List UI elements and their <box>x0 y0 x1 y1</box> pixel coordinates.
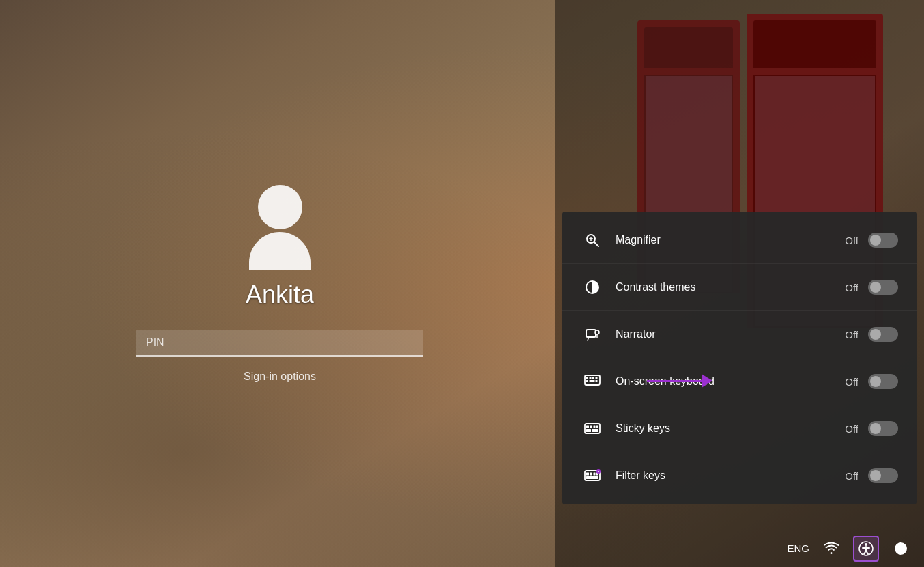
svg-rect-5 <box>586 330 596 337</box>
keyboard-icon <box>581 370 603 392</box>
filter-keys-row: Filter keys Off <box>562 452 917 499</box>
svg-rect-8 <box>586 377 588 379</box>
taskbar: ENG <box>0 529 924 567</box>
sticky-keys-row: Sticky keys Off <box>562 405 917 452</box>
svg-rect-18 <box>590 426 592 428</box>
avatar-body <box>249 232 311 270</box>
on-screen-keyboard-toggle[interactable] <box>868 374 898 389</box>
svg-rect-13 <box>590 380 595 382</box>
sign-in-options-link[interactable]: Sign-in options <box>244 370 316 383</box>
svg-rect-25 <box>594 473 596 476</box>
contrast-themes-status: Off <box>845 282 858 293</box>
svg-rect-14 <box>596 380 598 382</box>
pin-container <box>136 330 423 357</box>
magnifier-row: Magnifier Off <box>562 217 917 264</box>
contrast-icon <box>581 276 603 298</box>
magnifier-icon <box>581 229 603 251</box>
contrast-themes-row: Contrast themes Off <box>562 264 917 311</box>
svg-rect-20 <box>596 426 598 428</box>
filter-keys-status: Off <box>845 470 858 482</box>
narrator-toggle[interactable] <box>868 327 898 342</box>
svg-rect-19 <box>594 426 596 428</box>
svg-rect-23 <box>586 473 589 476</box>
contrast-themes-label: Contrast themes <box>616 281 845 293</box>
filter-keys-label: Filter keys <box>616 469 845 482</box>
svg-rect-17 <box>586 429 591 432</box>
svg-rect-27 <box>586 476 598 479</box>
login-area: Ankita Sign-in options <box>0 0 560 567</box>
accessibility-button[interactable] <box>853 536 879 562</box>
arrow-annotation <box>647 374 712 388</box>
magnifier-label: Magnifier <box>616 234 845 246</box>
arrow-head <box>702 374 712 388</box>
username: Ankita <box>246 280 314 309</box>
svg-rect-12 <box>586 380 588 382</box>
svg-rect-24 <box>590 473 592 476</box>
sticky-keys-status: Off <box>845 423 858 435</box>
sticky-keys-toggle[interactable] <box>868 421 898 436</box>
sticky-keys-icon <box>581 418 603 439</box>
filter-keys-toggle[interactable] <box>868 468 898 483</box>
svg-rect-11 <box>596 377 598 379</box>
wifi-icon[interactable] <box>822 539 841 558</box>
svg-rect-16 <box>586 426 589 428</box>
magnifier-toggle[interactable] <box>868 233 898 248</box>
svg-line-35 <box>866 551 868 554</box>
svg-rect-21 <box>592 429 598 432</box>
avatar-circle <box>258 185 302 229</box>
pin-input[interactable] <box>136 330 423 357</box>
svg-rect-10 <box>592 377 594 379</box>
on-screen-keyboard-row: On-screen keyboard Off <box>562 358 917 405</box>
on-screen-keyboard-status: Off <box>845 376 858 388</box>
narrator-row: Narrator Off <box>562 311 917 358</box>
svg-rect-9 <box>590 377 592 379</box>
language-indicator: ENG <box>787 542 809 554</box>
sticky-keys-label: Sticky keys <box>616 422 845 435</box>
svg-line-1 <box>594 242 598 246</box>
narrator-status: Off <box>845 329 858 340</box>
narrator-label: Narrator <box>616 328 845 340</box>
narrator-icon <box>581 323 603 345</box>
avatar <box>239 185 321 267</box>
svg-point-31 <box>865 543 867 546</box>
filter-keys-icon <box>581 465 603 486</box>
contrast-themes-toggle[interactable] <box>868 280 898 295</box>
power-icon[interactable] <box>891 539 910 558</box>
arrow-line <box>647 380 702 382</box>
magnifier-status: Off <box>845 235 858 246</box>
accessibility-panel: Magnifier Off Contrast themes Off Narrat… <box>562 212 917 504</box>
